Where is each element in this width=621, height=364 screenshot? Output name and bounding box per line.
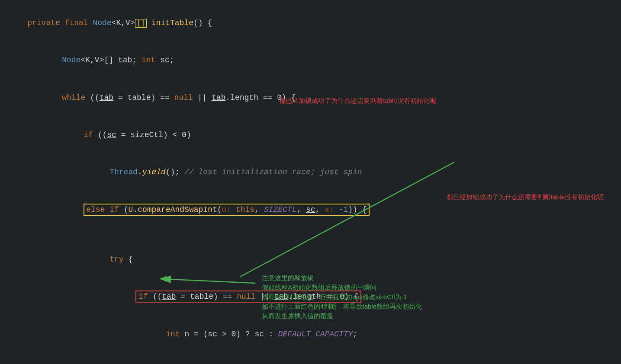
code-line-9: int n = (sc > 0) ? sc : DEFAULT_CAPACITY… — [9, 316, 612, 353]
code-line-3: while ((tab = table) == null || tab.leng… — [9, 79, 612, 116]
code-line-10: /unchecked/ — [9, 353, 612, 364]
code-line-8: if ((tab = table) == null || tab.length … — [9, 278, 612, 316]
code-container: private final Node<K,V>[] initTable() { … — [0, 0, 621, 364]
code-line-7: try { — [9, 241, 612, 278]
annotation-red-note: 都已经加锁成功了为什么还需要判断table没有初始化呢 — [447, 192, 604, 202]
code-line-1: private final Node<K,V>[] initTable() { — [9, 4, 612, 42]
code-line-5: Thread.yield(); // lost initialization r… — [9, 154, 612, 191]
code-line-6: else if (U.compareAndSwapInt(o: this, SI… — [9, 191, 612, 241]
code-line-4: if ((sc = sizeCtl) < 0) — [9, 116, 612, 153]
code-line-2: Node<K,V>[] tab; int sc; — [9, 42, 612, 79]
